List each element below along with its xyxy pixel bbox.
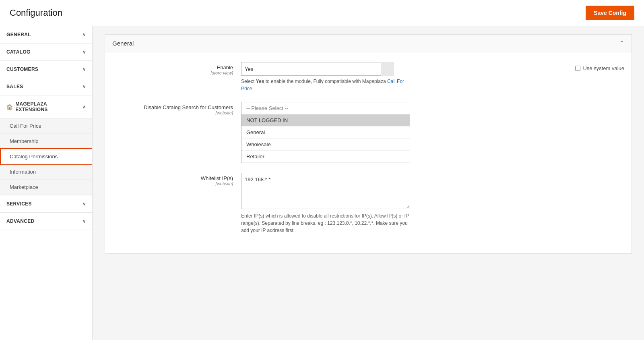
use-system-value-label: Use system value bbox=[583, 65, 624, 71]
sidebar-section-catalog: CATALOG ∨ bbox=[0, 44, 92, 61]
whitelist-ips-textarea[interactable]: 192.168.*.* bbox=[241, 173, 410, 209]
sidebar-section-customers: CUSTOMERS ∨ bbox=[0, 61, 92, 78]
whitelist-ips-hint: Enter IP(s) which is allowed to disable … bbox=[241, 212, 410, 234]
sidebar-item-marketplace[interactable]: Marketplace bbox=[0, 180, 92, 195]
sidebar-sales-label: SALES bbox=[6, 84, 23, 89]
chevron-down-icon: ∨ bbox=[83, 201, 86, 207]
enable-row: Enable [store view] Yes No ▼ Select Y bbox=[112, 62, 624, 92]
chevron-down-icon: ∨ bbox=[83, 67, 86, 72]
sidebar-item-services[interactable]: SERVICES ∨ bbox=[0, 195, 92, 212]
list-item-general[interactable]: General bbox=[242, 126, 410, 139]
enable-select[interactable]: Yes No bbox=[241, 62, 394, 76]
collapse-button[interactable]: ⌃ bbox=[619, 39, 624, 47]
sidebar-item-membership[interactable]: Membership bbox=[0, 134, 92, 149]
sidebar-section-advanced: ADVANCED ∨ bbox=[0, 213, 92, 230]
list-item-retailer[interactable]: Retailer bbox=[242, 151, 410, 163]
save-config-button[interactable]: Save Config bbox=[586, 6, 634, 20]
customer-group-listbox[interactable]: -- Please Select -- NOT LOGGED IN Genera… bbox=[241, 102, 410, 163]
disable-catalog-search-row: Disable Catalog Search for Customers [we… bbox=[112, 102, 624, 163]
general-section-card: General ⌃ Enable [store view] Yes No bbox=[105, 34, 632, 254]
sidebar-item-general[interactable]: GENERAL ∨ bbox=[0, 26, 92, 43]
page-header: Configuration Save Config bbox=[0, 0, 644, 26]
chevron-down-icon: ∨ bbox=[83, 50, 86, 55]
sidebar-customers-label: CUSTOMERS bbox=[6, 66, 38, 72]
chevron-up-icon: ∧ bbox=[83, 104, 86, 110]
sidebar-mageplaza-label: MAGEPLAZA EXTENSIONS bbox=[15, 101, 80, 112]
enable-hint: Select Yes to enable the module, Fully c… bbox=[241, 78, 410, 92]
main-content: General ⌃ Enable [store view] Yes No bbox=[93, 26, 644, 340]
home-icon: 🏠 bbox=[6, 104, 13, 110]
enable-select-wrapper: Yes No ▼ bbox=[241, 62, 394, 76]
sidebar-item-sales[interactable]: SALES ∨ bbox=[0, 78, 92, 95]
sidebar-section-sales: SALES ∨ bbox=[0, 78, 92, 95]
enable-control-wrap: Yes No ▼ Select Yes to enable the module… bbox=[241, 62, 567, 92]
sidebar-advanced-label: ADVANCED bbox=[6, 218, 35, 224]
use-system-value-checkbox[interactable] bbox=[575, 66, 580, 71]
page-title: Configuration bbox=[10, 8, 62, 18]
list-item-not-logged-in[interactable]: NOT LOGGED IN bbox=[242, 114, 410, 126]
sidebar-item-mageplaza[interactable]: 🏠 MAGEPLAZA EXTENSIONS ∧ bbox=[0, 95, 92, 118]
section-card-body: Enable [store view] Yes No ▼ Select Y bbox=[105, 52, 632, 253]
sidebar-item-information[interactable]: Information bbox=[0, 164, 92, 180]
whitelist-ips-row: Whitelist IP(s) [website] 192.168.*.* En… bbox=[112, 173, 624, 234]
sidebar-item-catalog[interactable]: CATALOG ∨ bbox=[0, 44, 92, 60]
call-for-price-link[interactable]: Call For Price bbox=[241, 79, 404, 91]
whitelist-ips-label: Whitelist IP(s) [website] bbox=[112, 173, 233, 186]
chevron-down-icon: ∨ bbox=[83, 84, 86, 89]
sidebar-services-label: SERVICES bbox=[6, 201, 32, 207]
disable-catalog-search-label: Disable Catalog Search for Customers [we… bbox=[112, 102, 233, 115]
sidebar-item-catalog-permissions[interactable]: Catalog Permissions bbox=[0, 149, 92, 164]
sidebar-section-general: GENERAL ∨ bbox=[0, 26, 92, 44]
sidebar-item-advanced[interactable]: ADVANCED ∨ bbox=[0, 213, 92, 230]
chevron-down-icon: ∨ bbox=[83, 32, 86, 37]
mageplaza-sub-items: Call For Price Membership Catalog Permis… bbox=[0, 118, 92, 195]
sidebar-section-services: SERVICES ∨ bbox=[0, 195, 92, 213]
whitelist-ips-control: 192.168.*.* Enter IP(s) which is allowed… bbox=[241, 173, 624, 234]
sidebar-section-mageplaza: 🏠 MAGEPLAZA EXTENSIONS ∧ Call For Price … bbox=[0, 95, 92, 195]
sidebar: GENERAL ∨ CATALOG ∨ CUSTOMERS ∨ SALES ∨ bbox=[0, 26, 93, 340]
list-item-please-select[interactable]: -- Please Select -- bbox=[242, 102, 410, 114]
section-title: General bbox=[112, 40, 134, 47]
sidebar-catalog-label: CATALOG bbox=[6, 49, 31, 55]
enable-label: Enable [store view] bbox=[112, 62, 233, 75]
chevron-down-icon: ∨ bbox=[83, 219, 86, 224]
main-layout: GENERAL ∨ CATALOG ∨ CUSTOMERS ∨ SALES ∨ bbox=[0, 26, 644, 340]
use-system-value-wrap: Use system value bbox=[575, 62, 624, 71]
disable-catalog-search-control: -- Please Select -- NOT LOGGED IN Genera… bbox=[241, 102, 624, 163]
sidebar-general-label: GENERAL bbox=[6, 32, 31, 37]
sidebar-item-customers[interactable]: CUSTOMERS ∨ bbox=[0, 61, 92, 78]
list-item-wholesale[interactable]: Wholesale bbox=[242, 139, 410, 151]
sidebar-item-call-for-price[interactable]: Call For Price bbox=[0, 118, 92, 134]
section-card-header: General ⌃ bbox=[105, 35, 632, 52]
